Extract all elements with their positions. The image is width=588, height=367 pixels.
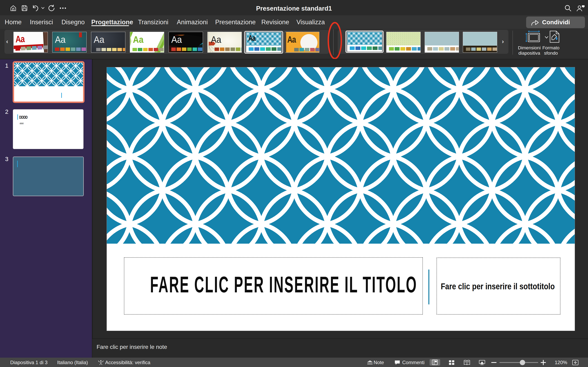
svg-text:FARE CLIC PER INSERIRE IL TITO: FARE CLIC PER INSERIRE IL TITOLO [150,272,417,297]
svg-text:Fare clic per inserire il sott: Fare clic per inserire il sottotitolo [441,281,555,291]
